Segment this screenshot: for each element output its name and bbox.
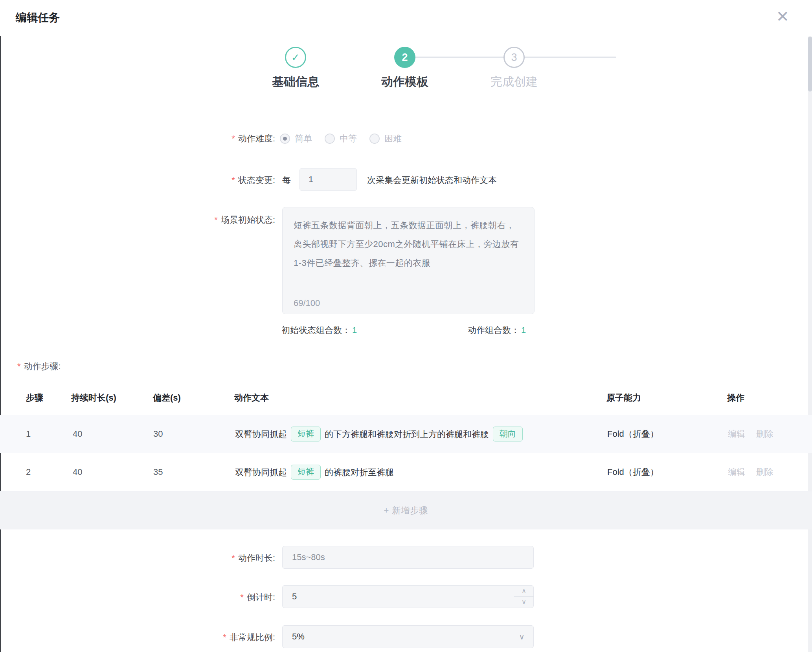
step-3-label: 完成创建	[467, 74, 561, 90]
check-icon: ✓	[291, 51, 300, 64]
col-header-duration: 持续时长(s)	[71, 392, 116, 404]
cell-ability: Fold（折叠）	[607, 428, 659, 440]
difficulty-radio-困难[interactable]: 困难	[369, 133, 402, 145]
cell-deviation: 35	[153, 467, 163, 477]
dialog-title: 编辑任务	[16, 10, 60, 25]
step-3-circle: 3	[503, 47, 525, 68]
required-marker: *	[17, 361, 21, 371]
table-row: 14030双臂协同抓起短裤的下方裤腿和裤腰对折到上方的裤腿和裤腰朝向Fold（折…	[0, 415, 812, 453]
countdown-label: *倒计时:	[0, 592, 275, 603]
cell-step: 1	[26, 429, 31, 439]
number-spinner: ∧ ∨	[514, 586, 533, 608]
scrollbar[interactable]	[808, 37, 812, 652]
countdown-label-text: 倒计时:	[247, 592, 275, 602]
state-change-input[interactable]: 1	[299, 168, 357, 191]
duration-label-text: 动作时长:	[238, 553, 275, 563]
initial-combo-count: 初始状态组合数：1	[281, 324, 357, 336]
col-header-deviation: 偏差(s)	[153, 392, 181, 404]
state-change-suffix: 次采集会更新初始状态和动作文本	[367, 174, 497, 186]
required-marker: *	[240, 592, 244, 602]
col-header-operations: 操作	[727, 392, 744, 404]
countdown-number-input[interactable]: 5 ∧ ∨	[282, 585, 534, 608]
step-number: 3	[511, 51, 517, 64]
unusual-ratio-select[interactable]: 5% ∨	[282, 625, 534, 648]
cell-action-text: 双臂协同抓起短裤的下方裤腿和裤腰对折到上方的裤腿和裤腰朝向	[235, 427, 527, 441]
delete-link[interactable]: 删除	[756, 467, 773, 477]
col-header-ability: 原子能力	[606, 392, 641, 404]
steps-table: 步骤 持续时长(s) 偏差(s) 动作文本 原子能力 操作 14030双臂协同抓…	[0, 381, 812, 529]
table-row: 24035双臂协同抓起短裤的裤腰对折至裤腿Fold（折叠）编辑删除	[0, 453, 812, 491]
add-step-row: + 新增步骤	[0, 491, 812, 529]
action-steps-label-text: 动作步骤:	[24, 361, 61, 371]
edit-task-dialog: 编辑任务 ✕ ✓ 2 3 基础信息 动作模板 完成创建 *动作难度: 简单中等困…	[0, 0, 812, 652]
action-steps-label: *动作步骤:	[17, 361, 61, 372]
table-header-row: 步骤 持续时长(s) 偏差(s) 动作文本 原子能力 操作	[0, 381, 812, 415]
duration-input[interactable]: 15s~80s	[282, 546, 534, 569]
action-tag[interactable]: 短裤	[291, 427, 321, 441]
required-marker: *	[231, 175, 235, 185]
difficulty-radio-中等[interactable]: 中等	[325, 133, 357, 145]
char-counter: 69/100	[294, 298, 320, 308]
unusual-ratio-value: 5%	[292, 632, 305, 641]
required-marker: *	[231, 553, 235, 563]
state-change-label: *状态变更:	[0, 174, 275, 186]
difficulty-radio-简单[interactable]: 简单	[280, 133, 312, 145]
difficulty-radio-group: 简单中等困难	[280, 132, 402, 145]
col-header-step: 步骤	[26, 392, 43, 404]
required-marker: *	[223, 632, 226, 642]
delete-link[interactable]: 删除	[756, 429, 773, 439]
edit-link[interactable]: 编辑	[728, 467, 745, 477]
action-combo-value: 1	[521, 325, 526, 335]
initial-combo-value: 1	[352, 325, 357, 335]
step-number: 2	[402, 51, 408, 64]
radio-selected-icon[interactable]	[280, 134, 290, 144]
cell-duration: 40	[73, 429, 82, 439]
state-change-label-text: 状态变更:	[238, 175, 275, 185]
initial-state-text: 短裤五条数据背面朝上，五条数据正面朝上，裤腰朝右，离头部视野下方至少20cm之外…	[294, 216, 523, 273]
step-1-label: 基础信息	[248, 74, 343, 90]
action-combo-count: 动作组合数：1	[468, 324, 526, 336]
step-1-circle: ✓	[285, 47, 306, 68]
action-tag[interactable]: 朝向	[493, 427, 523, 441]
initial-state-label-text: 场景初始状态:	[221, 215, 275, 225]
radio-icon[interactable]	[325, 134, 335, 144]
action-tag[interactable]: 短裤	[291, 465, 321, 480]
edit-link[interactable]: 编辑	[728, 429, 745, 439]
required-marker: *	[214, 215, 218, 225]
radio-label: 中等	[340, 133, 357, 145]
initial-state-label: *场景初始状态:	[0, 214, 275, 226]
cell-deviation: 30	[153, 429, 163, 439]
cell-operations: 编辑删除	[728, 466, 773, 478]
cell-operations: 编辑删除	[728, 428, 773, 440]
close-icon[interactable]: ✕	[776, 9, 789, 24]
radio-label: 简单	[295, 133, 312, 145]
cell-duration: 40	[73, 467, 82, 477]
state-change-prefix: 每	[282, 174, 291, 186]
spinner-down-icon[interactable]: ∨	[514, 597, 534, 608]
duration-label: *动作时长:	[0, 552, 275, 564]
difficulty-label: *动作难度:	[0, 133, 275, 145]
action-combo-label: 动作组合数：	[468, 325, 520, 335]
table-body: 14030双臂协同抓起短裤的下方裤腿和裤腰对折到上方的裤腿和裤腰朝向Fold（折…	[0, 415, 812, 491]
step-2-label: 动作模板	[358, 74, 452, 90]
cell-step: 2	[26, 467, 31, 477]
cell-action-text: 双臂协同抓起短裤的裤腰对折至裤腿	[235, 465, 394, 480]
initial-state-textarea[interactable]: 短裤五条数据背面朝上，五条数据正面朝上，裤腰朝右，离头部视野下方至少20cm之外…	[282, 207, 535, 314]
radio-icon[interactable]	[369, 134, 380, 144]
required-marker: *	[231, 134, 235, 143]
step-2-circle: 2	[394, 47, 415, 68]
difficulty-label-text: 动作难度:	[238, 134, 275, 143]
chevron-down-icon: ∨	[519, 626, 525, 648]
countdown-value: 5	[292, 592, 297, 601]
action-text-segment: 双臂协同抓起	[235, 467, 287, 477]
radio-label: 困难	[384, 133, 402, 145]
action-text-segment: 的下方裤腿和裤腰对折到上方的裤腿和裤腰	[325, 429, 489, 439]
add-step-button[interactable]: + 新增步骤	[384, 505, 428, 516]
dialog-header: 编辑任务 ✕	[0, 0, 812, 36]
action-text-segment: 的裤腰对折至裤腿	[325, 467, 394, 477]
wizard-stepper: ✓ 2 3 基础信息 动作模板 完成创建	[0, 36, 812, 95]
unusual-ratio-label-text: 非常规比例:	[230, 632, 275, 642]
cell-ability: Fold（折叠）	[607, 466, 659, 478]
unusual-ratio-label: *非常规比例:	[0, 632, 275, 643]
col-header-action-text: 动作文本	[234, 392, 269, 404]
